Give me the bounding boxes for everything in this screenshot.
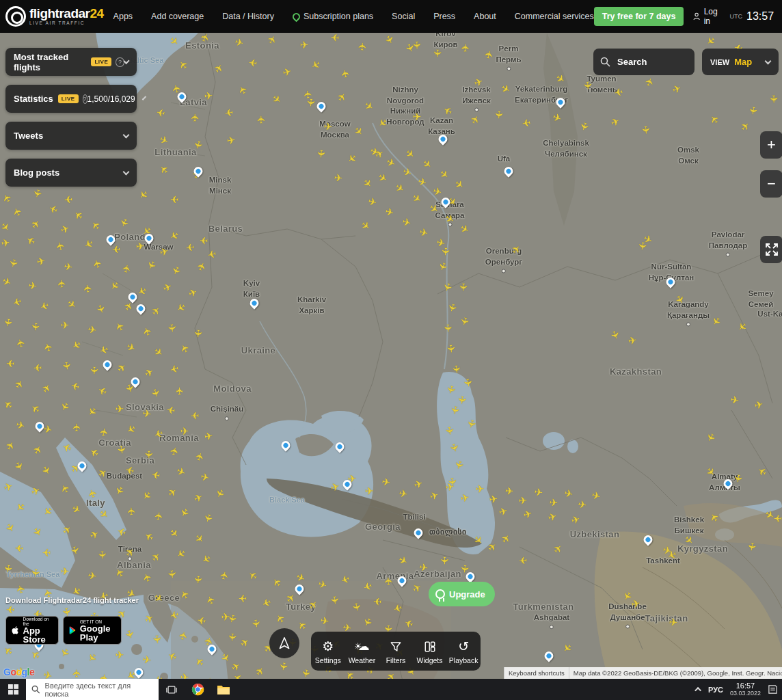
aircraft-icon[interactable]: ✈ — [97, 550, 108, 560]
aircraft-icon[interactable]: ✈ — [384, 206, 395, 218]
aircraft-icon[interactable]: ✈ — [362, 580, 374, 593]
aircraft-icon[interactable]: ✈ — [226, 135, 237, 146]
nav-press[interactable]: Press — [433, 12, 455, 21]
aircraft-icon[interactable]: ✈ — [161, 281, 174, 294]
aircraft-icon[interactable]: ✈ — [213, 487, 226, 500]
aircraft-icon[interactable]: ✈ — [475, 483, 484, 494]
map-pin[interactable] — [293, 582, 306, 595]
chrome-taskbar-icon[interactable] — [185, 679, 211, 700]
aircraft-icon[interactable]: ✈ — [323, 121, 333, 132]
aircraft-icon[interactable]: ✈ — [168, 446, 180, 457]
aircraft-icon[interactable]: ✈ — [14, 338, 27, 349]
aircraft-icon[interactable]: ✈ — [334, 172, 343, 183]
aircraft-icon[interactable]: ✈ — [483, 49, 495, 60]
aircraft-icon[interactable]: ✈ — [36, 255, 46, 267]
aircraft-icon[interactable]: ✈ — [317, 578, 329, 591]
aircraft-icon[interactable]: ✈ — [40, 464, 53, 476]
aircraft-icon[interactable]: ✈ — [411, 191, 424, 205]
aircraft-icon[interactable]: ✈ — [448, 442, 461, 453]
aircraft-icon[interactable]: ✈ — [140, 489, 154, 502]
aircraft-icon[interactable]: ✈ — [14, 584, 27, 595]
aircraft-icon[interactable]: ✈ — [6, 358, 15, 368]
aircraft-icon[interactable]: ✈ — [295, 619, 309, 632]
aircraft-icon[interactable]: ✈ — [578, 499, 588, 511]
aircraft-icon[interactable]: ✈ — [392, 602, 403, 615]
aircraft-icon[interactable]: ✈ — [87, 323, 97, 335]
aircraft-icon[interactable]: ✈ — [56, 279, 67, 288]
aircraft-icon[interactable]: ✈ — [498, 505, 509, 517]
aircraft-icon[interactable]: ✈ — [463, 378, 474, 388]
aircraft-icon[interactable]: ✈ — [6, 604, 15, 615]
aircraft-icon[interactable]: ✈ — [522, 118, 532, 129]
aircraft-icon[interactable]: ✈ — [149, 304, 163, 317]
aircraft-icon[interactable]: ✈ — [124, 629, 136, 640]
aircraft-icon[interactable]: ✈ — [0, 220, 12, 233]
aircraft-icon[interactable]: ✈ — [85, 651, 99, 664]
aircraft-icon[interactable]: ✈ — [335, 91, 349, 104]
aircraft-icon[interactable]: ✈ — [31, 526, 44, 539]
aircraft-icon[interactable]: ✈ — [330, 32, 340, 43]
login-button[interactable]: Log in — [693, 7, 720, 26]
aircraft-icon[interactable]: ✈ — [193, 532, 206, 545]
aircraft-icon[interactable]: ✈ — [457, 395, 468, 405]
aircraft-icon[interactable]: ✈ — [15, 419, 26, 431]
aircraft-icon[interactable]: ✈ — [33, 362, 42, 373]
aircraft-icon[interactable]: ✈ — [278, 662, 290, 672]
aircraft-icon[interactable]: ✈ — [14, 543, 23, 553]
map-pin[interactable] — [543, 649, 555, 662]
chevron-down-icon[interactable] — [123, 131, 130, 138]
aircraft-icon[interactable]: ✈ — [158, 134, 170, 147]
aircraft-icon[interactable]: ✈ — [116, 526, 128, 538]
aircraft-icon[interactable]: ✈ — [710, 315, 723, 328]
aircraft-icon[interactable]: ✈ — [403, 617, 414, 630]
aircraft-icon[interactable]: ✈ — [152, 428, 164, 441]
aircraft-icon[interactable]: ✈ — [736, 320, 749, 334]
filters-button[interactable]: Filters — [379, 632, 413, 671]
aircraft-icon[interactable]: ✈ — [192, 492, 204, 504]
aircraft-icon[interactable]: ✈ — [753, 399, 764, 411]
aircraft-icon[interactable]: ✈ — [98, 344, 110, 356]
aircraft-icon[interactable]: ✈ — [377, 171, 390, 185]
aircraft-icon[interactable]: ✈ — [31, 188, 44, 199]
aircraft-icon[interactable]: ✈ — [144, 450, 154, 459]
panel-tweets[interactable]: Tweets — [5, 122, 137, 150]
aircraft-icon[interactable]: ✈ — [383, 576, 394, 586]
aircraft-icon[interactable]: ✈ — [549, 497, 558, 508]
aircraft-icon[interactable]: ✈ — [669, 617, 678, 628]
aircraft-icon[interactable]: ✈ — [551, 542, 565, 555]
aircraft-icon[interactable]: ✈ — [494, 110, 504, 120]
aircraft-icon[interactable]: ✈ — [404, 42, 416, 54]
aircraft-icon[interactable]: ✈ — [554, 72, 567, 85]
widgets-button[interactable]: Widgets — [413, 632, 447, 671]
aircraft-icon[interactable]: ✈ — [202, 513, 215, 524]
aircraft-icon[interactable]: ✈ — [730, 394, 740, 406]
aircraft-icon[interactable]: ✈ — [352, 124, 366, 137]
taskbar-clock[interactable]: 16:57 03.03.2022 — [730, 682, 761, 700]
aircraft-icon[interactable]: ✈ — [197, 615, 207, 627]
aircraft-icon[interactable]: ✈ — [82, 284, 94, 294]
aircraft-icon[interactable]: ✈ — [440, 247, 451, 256]
view-selector[interactable]: VIEW Map — [702, 49, 779, 75]
aircraft-icon[interactable]: ✈ — [397, 554, 409, 567]
aircraft-icon[interactable]: ✈ — [248, 57, 258, 68]
aircraft-icon[interactable]: ✈ — [518, 555, 528, 566]
aircraft-icon[interactable]: ✈ — [419, 562, 429, 574]
aircraft-icon[interactable]: ✈ — [227, 632, 238, 642]
aircraft-icon[interactable]: ✈ — [199, 235, 208, 245]
aircraft-icon[interactable]: ✈ — [65, 297, 78, 311]
aircraft-icon[interactable]: ✈ — [609, 116, 621, 129]
aircraft-icon[interactable]: ✈ — [118, 217, 131, 228]
aircraft-icon[interactable]: ✈ — [445, 384, 457, 395]
aircraft-icon[interactable]: ✈ — [218, 570, 230, 580]
aircraft-icon[interactable]: ✈ — [440, 556, 450, 565]
aircraft-icon[interactable]: ✈ — [1, 398, 14, 412]
aircraft-icon[interactable]: ✈ — [429, 489, 440, 502]
aircraft-icon[interactable]: ✈ — [61, 566, 70, 576]
aircraft-icon[interactable]: ✈ — [42, 548, 51, 558]
aircraft-icon[interactable]: ✈ — [38, 300, 50, 313]
aircraft-icon[interactable]: ✈ — [460, 44, 470, 53]
aircraft-icon[interactable]: ✈ — [185, 242, 196, 254]
aircraft-icon[interactable]: ✈ — [432, 49, 443, 58]
aircraft-icon[interactable]: ✈ — [153, 511, 165, 522]
appstore-badge[interactable]: Download on theApp Store — [5, 616, 59, 645]
